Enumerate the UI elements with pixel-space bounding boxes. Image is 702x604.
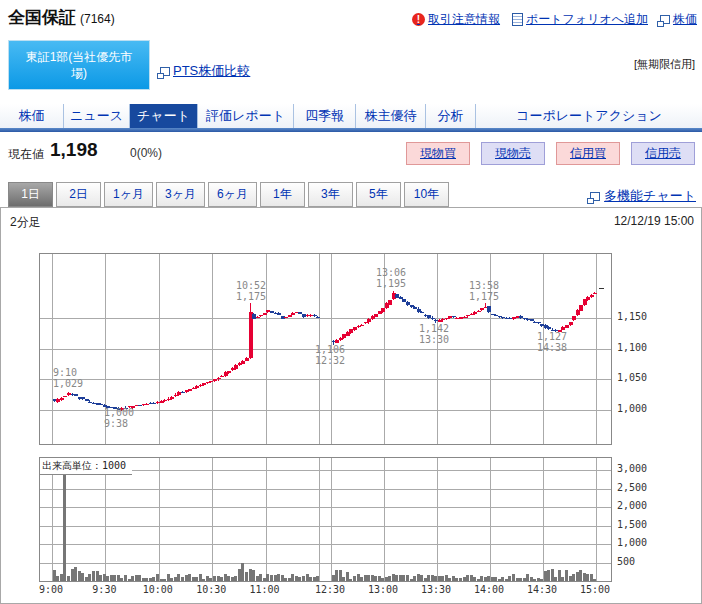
margin-sell-button[interactable]: 信用売: [631, 142, 695, 165]
trading-alert-label: 取引注意情報: [428, 11, 500, 28]
add-portfolio-link[interactable]: ポートフォリオへ追加: [512, 11, 648, 28]
period-tab-3m[interactable]: 3ヶ月: [156, 182, 205, 207]
pts-compare-label: PTS株価比較: [173, 62, 250, 80]
price-chart: [39, 253, 612, 445]
stock-price-link[interactable]: 株価: [660, 11, 697, 28]
add-portfolio-label: ポートフォリオへ追加: [526, 11, 648, 28]
cash-sell-button[interactable]: 現物売: [481, 142, 545, 165]
window-icon: [590, 192, 600, 201]
credit-type-label: [無期限信用]: [634, 57, 695, 72]
chart-datetime: 12/12/19 15:00: [614, 214, 694, 228]
stock-chart-page: 全国保証(7164) ! 取引注意情報 ポートフォリオへ追加 株価 東証1部(当…: [0, 0, 702, 604]
volume-chart-svg: [40, 458, 611, 581]
current-price-value: 1,198: [50, 139, 98, 161]
margin-buy-button[interactable]: 信用買: [556, 142, 620, 165]
page-title: 全国保証(7164): [8, 6, 115, 29]
period-tab-10y[interactable]: 10年: [404, 182, 449, 207]
exchange-box: 東証1部(当社優先市場): [8, 40, 150, 90]
interval-label: 2分足: [10, 214, 41, 231]
tab-underline: [0, 128, 702, 132]
tab-corporate-action[interactable]: コーポレートアクション: [476, 104, 702, 128]
period-tab-2d[interactable]: 2日: [56, 182, 101, 207]
current-price-label: 現在値: [8, 146, 44, 163]
period-tabs: 1日 2日 1ヶ月 3ヶ月 6ヶ月 1年 3年 5年 10年: [8, 182, 449, 207]
current-price-change: 0(0%): [130, 146, 162, 160]
header-links: ! 取引注意情報 ポートフォリオへ追加 株価: [412, 11, 697, 28]
window-icon: [660, 15, 670, 24]
period-tab-1d[interactable]: 1日: [8, 182, 53, 207]
main-tabs: 株価 ニュース チャート 評価レポート 四季報 株主優待 分析 コーポレートアク…: [0, 104, 702, 128]
period-tab-3y[interactable]: 3年: [308, 182, 353, 207]
cash-buy-button[interactable]: 現物買: [406, 142, 470, 165]
period-tab-1y[interactable]: 1年: [260, 182, 305, 207]
period-tab-6m[interactable]: 6ヶ月: [208, 182, 257, 207]
tab-stock-price[interactable]: 株価: [0, 104, 64, 128]
period-tab-5y[interactable]: 5年: [356, 182, 401, 207]
tab-analysis[interactable]: 分析: [426, 104, 476, 128]
stock-name: 全国保証: [8, 8, 76, 27]
period-tab-1m[interactable]: 1ヶ月: [104, 182, 153, 207]
volume-unit-label: 出来高単位：1000: [40, 458, 132, 475]
tab-shareholder-benefit[interactable]: 株主優待: [356, 104, 426, 128]
multi-chart-link[interactable]: 多機能チャート: [590, 187, 696, 205]
tab-shikiho[interactable]: 四季報: [294, 104, 356, 128]
trading-alert-link[interactable]: ! 取引注意情報: [412, 11, 500, 28]
window-icon: [160, 67, 170, 76]
pts-compare-link[interactable]: PTS株価比較: [160, 62, 250, 80]
stock-price-label: 株価: [673, 11, 697, 28]
multi-chart-label: 多機能チャート: [604, 187, 696, 205]
price-chart-svg: [40, 254, 611, 444]
tab-report[interactable]: 評価レポート: [198, 104, 294, 128]
document-icon: [512, 13, 523, 26]
stock-code: (7164): [80, 12, 115, 26]
tab-news[interactable]: ニュース: [64, 104, 130, 128]
volume-chart: [39, 457, 612, 582]
tab-chart[interactable]: チャート: [130, 104, 198, 128]
trade-buttons: 現物買 現物売 信用買 信用売: [406, 142, 695, 165]
alert-icon: !: [412, 13, 425, 26]
